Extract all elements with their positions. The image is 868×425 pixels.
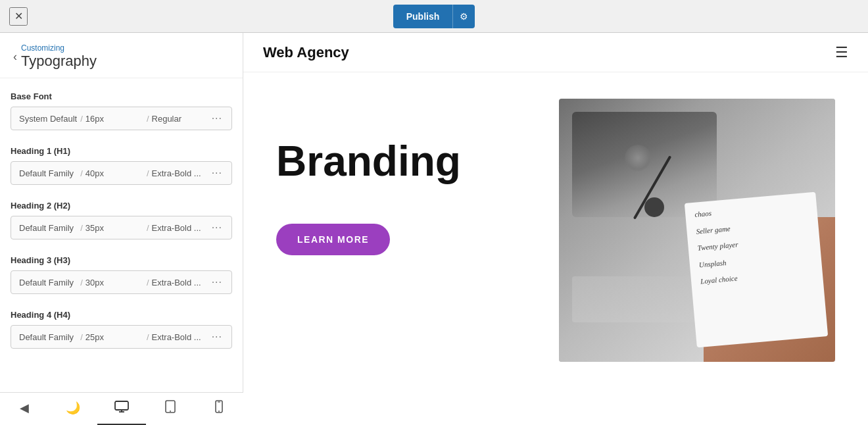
mobile-icon bbox=[215, 400, 223, 416]
heading3-more-button[interactable]: ··· bbox=[210, 276, 224, 288]
bottom-toolbar: ◀ 🌙 bbox=[0, 392, 243, 425]
heading2-size: 35px bbox=[85, 223, 144, 233]
publish-button[interactable]: Publish bbox=[393, 5, 453, 28]
close-icon: ✕ bbox=[14, 10, 23, 22]
undo-icon: ◀ bbox=[20, 401, 29, 415]
base-font-family: System Default bbox=[19, 114, 78, 124]
sidebar: ‹ Customizing Typography Base Font Syste… bbox=[0, 33, 243, 425]
preview-content: Branding LEARN MORE chaos bbox=[243, 72, 868, 425]
preview-area: Web Agency ☰ Branding LEARN MORE bbox=[243, 33, 868, 425]
heading2-label: Heading 2 (H2) bbox=[11, 201, 232, 211]
base-font-more-button[interactable]: ··· bbox=[210, 113, 224, 124]
publish-settings-button[interactable]: ⚙ bbox=[452, 5, 475, 28]
svg-point-6 bbox=[218, 411, 220, 412]
mobile-view-button[interactable] bbox=[195, 393, 243, 426]
heading3-size: 30px bbox=[85, 278, 144, 288]
learn-more-button[interactable]: LEARN MORE bbox=[276, 224, 390, 255]
base-font-size: 16px bbox=[85, 114, 144, 124]
site-title: Web Agency bbox=[263, 44, 349, 61]
customizing-label: Customizing bbox=[21, 43, 97, 53]
preview-right-column: chaos Seller game Twenty player Unsplash… bbox=[559, 99, 835, 362]
heading2-weight: Extra-Bold ... bbox=[152, 223, 210, 233]
preview-nav: Web Agency ☰ bbox=[243, 33, 868, 72]
heading1-size: 40px bbox=[85, 168, 144, 178]
dark-mode-button[interactable]: 🌙 bbox=[49, 393, 97, 426]
preview-image: chaos Seller game Twenty player Unsplash… bbox=[559, 99, 835, 362]
undo-button[interactable]: ◀ bbox=[0, 393, 49, 426]
heading4-row[interactable]: Default Family / 25px / Extra-Bold ... ·… bbox=[11, 325, 232, 349]
svg-point-4 bbox=[170, 411, 171, 412]
desktop-icon bbox=[114, 401, 129, 416]
sidebar-header: ‹ Customizing Typography bbox=[0, 33, 243, 78]
heading3-family: Default Family bbox=[19, 278, 78, 288]
heading4-more-button[interactable]: ··· bbox=[210, 331, 224, 343]
heading3-section: Heading 3 (H3) Default Family / 30px / E… bbox=[11, 255, 232, 294]
back-arrow-icon: ‹ bbox=[13, 51, 17, 63]
base-font-row[interactable]: System Default / 16px / Regular ··· bbox=[11, 107, 232, 130]
base-font-section: Base Font System Default / 16px / Regula… bbox=[11, 91, 232, 130]
tablet-icon bbox=[165, 400, 176, 416]
heading3-weight: Extra-Bold ... bbox=[152, 278, 210, 288]
sidebar-content: Base Font System Default / 16px / Regula… bbox=[0, 78, 243, 425]
tablet-view-button[interactable] bbox=[146, 393, 195, 426]
heading2-section: Heading 2 (H2) Default Family / 35px / E… bbox=[11, 201, 232, 239]
top-bar: ✕ Publish ⚙ bbox=[0, 0, 868, 33]
desktop-view-button[interactable] bbox=[97, 393, 146, 426]
heading3-label: Heading 3 (H3) bbox=[11, 255, 232, 265]
moon-icon: 🌙 bbox=[66, 401, 80, 415]
heading4-weight: Extra-Bold ... bbox=[152, 332, 210, 342]
calligraphy-paper: chaos Seller game Twenty player Unsplash… bbox=[685, 192, 828, 348]
typography-title: Typography bbox=[21, 53, 97, 69]
gear-icon: ⚙ bbox=[460, 11, 468, 22]
heading2-row[interactable]: Default Family / 35px / Extra-Bold ... ·… bbox=[11, 216, 232, 239]
branding-heading: Branding bbox=[276, 138, 533, 184]
back-button[interactable]: ‹ Customizing Typography bbox=[13, 43, 229, 70]
heading1-row[interactable]: Default Family / 40px / Extra-Bold ... ·… bbox=[11, 161, 232, 185]
base-font-weight: Regular bbox=[152, 114, 210, 124]
base-font-label: Base Font bbox=[11, 91, 232, 101]
heading4-family: Default Family bbox=[19, 332, 78, 342]
heading1-more-button[interactable]: ··· bbox=[210, 167, 224, 179]
close-button[interactable]: ✕ bbox=[9, 7, 28, 26]
svg-rect-0 bbox=[115, 401, 128, 410]
preview-left-column: Branding LEARN MORE bbox=[276, 99, 533, 255]
main-layout: ‹ Customizing Typography Base Font Syste… bbox=[0, 33, 868, 425]
heading2-more-button[interactable]: ··· bbox=[210, 222, 224, 234]
heading4-label: Heading 4 (H4) bbox=[11, 310, 232, 320]
heading1-label: Heading 1 (H1) bbox=[11, 146, 232, 156]
heading1-family: Default Family bbox=[19, 168, 78, 178]
heading4-size: 25px bbox=[85, 332, 144, 342]
hamburger-icon: ☰ bbox=[835, 44, 848, 61]
heading1-section: Heading 1 (H1) Default Family / 40px / E… bbox=[11, 146, 232, 185]
heading4-section: Heading 4 (H4) Default Family / 25px / E… bbox=[11, 310, 232, 349]
heading1-weight: Extra-Bold ... bbox=[152, 168, 210, 178]
heading2-family: Default Family bbox=[19, 223, 78, 233]
heading3-row[interactable]: Default Family / 30px / Extra-Bold ... ·… bbox=[11, 270, 232, 294]
